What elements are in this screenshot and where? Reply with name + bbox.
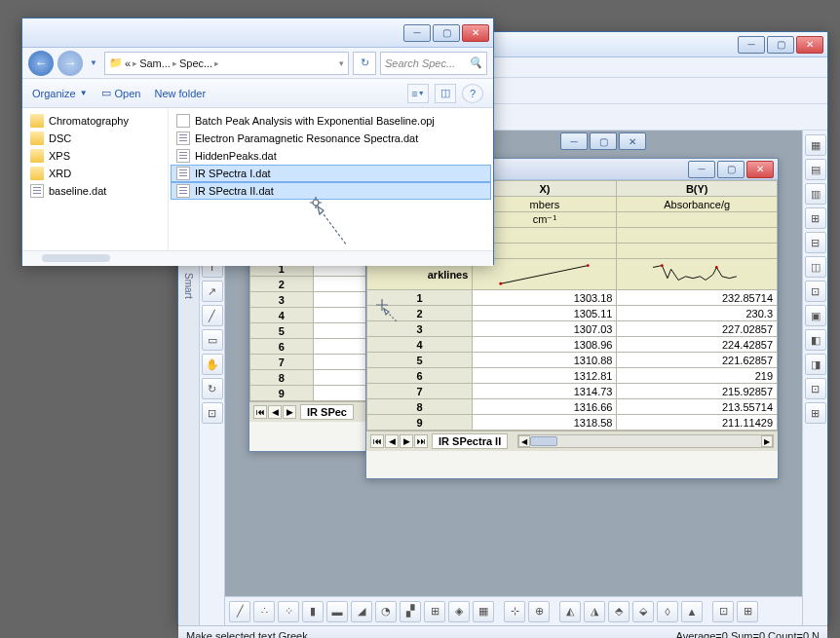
dock-smart[interactable]: Smart [183,273,194,299]
plot-icon[interactable]: ⊞ [424,601,445,622]
3d-plot-icon[interactable]: ◊ [657,601,678,622]
search-input[interactable]: Search Spec... 🔍 [380,52,487,75]
template-icon[interactable]: ⊡ [712,601,734,622]
bar-plot-icon[interactable]: ▬ [326,601,348,622]
row-header[interactable]: 1 [367,290,473,306]
cell[interactable]: 230.3 [617,306,778,321]
plot-icon[interactable]: ⊕ [528,601,550,622]
close-button[interactable]: ✕ [796,36,823,54]
rect-tool-icon[interactable]: ▭ [202,329,223,351]
explorer-scrollbar[interactable] [22,250,493,266]
plot-icon[interactable]: ◈ [448,601,470,622]
plot-icon[interactable]: ▦ [473,601,494,622]
tab-nav-first[interactable]: ⏮ [370,434,384,448]
tool-icon[interactable]: ⊞ [805,402,826,424]
row-header[interactable]: 6 [250,339,314,355]
3d-plot-icon[interactable]: ⬘ [608,601,630,622]
hand-tool-icon[interactable]: ✋ [202,354,223,375]
row-header[interactable]: 6 [367,368,473,384]
plot-icon[interactable]: ▞ [400,601,421,622]
view-options-button[interactable]: ≡ ▼ [407,84,429,103]
wb-minimize-button[interactable]: ─ [688,161,715,178]
row-header[interactable]: 2 [250,277,314,292]
tab-nav-first[interactable]: ⏮ [253,405,267,419]
row-header[interactable]: 3 [367,321,473,337]
line-tool-icon[interactable]: ╱ [202,305,223,326]
cell[interactable]: 1303.18 [473,290,617,306]
back-button[interactable]: ← [28,51,54,76]
sheet-tab[interactable]: IR SPectra II [432,433,508,449]
breadcrumb[interactable]: 📁 «▸ Sam...▸ Spec...▸ ▾ [104,52,349,75]
cell[interactable]: 1312.81 [473,368,617,384]
cell[interactable]: 215.92857 [617,384,778,399]
tool-icon[interactable]: ◧ [805,329,826,351]
folder-item[interactable]: XRD [24,165,166,182]
col-header-b[interactable]: B(Y) [617,181,778,197]
tool-icon[interactable]: ◨ [805,354,826,375]
row-header[interactable]: 8 [250,370,314,386]
mdi-restore-button[interactable]: ▢ [590,132,617,150]
new-folder-button[interactable]: New folder [154,88,206,99]
file-item[interactable]: Electron Paramagnetic Resonance Spectra.… [171,130,491,147]
tab-nav-last[interactable]: ⏭ [414,434,428,448]
tool-icon[interactable]: ▣ [805,305,826,326]
row-header[interactable]: 9 [367,415,473,431]
tab-nav-next[interactable]: ▶ [400,434,413,448]
pie-plot-icon[interactable]: ◔ [375,601,397,622]
cell[interactable]: 1307.03 [473,321,617,337]
fx-a[interactable] [473,244,617,259]
area-plot-icon[interactable]: ◢ [351,601,372,622]
3d-plot-icon[interactable]: ⬙ [632,601,654,622]
tool-icon[interactable]: ◫ [805,256,826,278]
sheet-tab[interactable]: IR SPec [300,404,354,420]
cell[interactable]: 1316.66 [473,399,617,415]
row-header[interactable]: 2 [367,306,473,321]
exp-maximize-button[interactable]: ▢ [433,24,460,42]
folder-item[interactable]: DSC [24,130,166,147]
crumb[interactable]: Spec... [179,57,212,69]
forward-button[interactable]: → [57,51,83,76]
plot-icon[interactable]: ⊹ [504,601,525,622]
fx-b[interactable] [617,244,778,259]
line-symbol-plot-icon[interactable]: ⁘ [278,601,299,622]
tool-icon[interactable]: ▤ [805,159,826,180]
horizontal-scrollbar[interactable]: ◀ ▶ [517,434,774,448]
row-header[interactable]: 4 [250,308,314,323]
tool-icon[interactable]: ▥ [805,183,826,205]
row-header[interactable]: 5 [250,323,314,339]
row-header[interactable]: 7 [367,384,473,399]
row-header[interactable]: 4 [367,337,473,353]
cell[interactable]: 213.55714 [617,399,778,415]
scroll-thumb[interactable] [530,436,557,446]
cell[interactable]: 232.85714 [617,290,778,306]
row-header[interactable]: 8 [367,399,473,415]
longname-b[interactable]: Absorbance/g [617,197,778,212]
tool-icon[interactable]: ⊡ [202,402,223,424]
folder-item[interactable]: XPS [24,147,166,165]
cell[interactable]: 1314.73 [473,384,617,399]
tool-icon[interactable]: ⊞ [805,207,826,229]
scroll-right-icon[interactable]: ▶ [761,435,773,447]
column-plot-icon[interactable]: ▮ [302,601,324,622]
comments-a[interactable] [473,228,617,244]
file-item[interactable]: IR SPectra I.dat [171,165,491,182]
file-item[interactable]: Batch Peak Analysis with Exponential Bas… [171,112,491,130]
template-icon[interactable]: ⊞ [737,601,758,622]
tab-nav-next[interactable]: ▶ [283,405,296,419]
maximize-button[interactable]: ▢ [767,36,794,54]
cell[interactable]: 227.02857 [617,321,778,337]
cell[interactable]: 219 [617,368,778,384]
folder-item[interactable]: Chromatography [24,112,166,130]
mdi-minimize-button[interactable]: ─ [560,132,588,150]
crumb[interactable]: « [125,57,131,69]
units-a[interactable]: cm⁻¹ [473,212,617,228]
3d-plot-icon[interactable]: ◭ [559,601,581,622]
cell[interactable]: 1305.11 [473,306,617,321]
row-header[interactable]: 9 [250,386,314,401]
preview-pane-button[interactable]: ◫ [435,84,456,103]
organize-menu[interactable]: Organize ▼ [32,88,88,99]
folder-item[interactable]: baseline.dat [24,182,166,200]
file-item[interactable]: HiddenPeaks.dat [171,147,491,165]
tool-icon[interactable]: ⊡ [805,378,826,399]
mdi-close-button[interactable]: ✕ [619,132,646,150]
